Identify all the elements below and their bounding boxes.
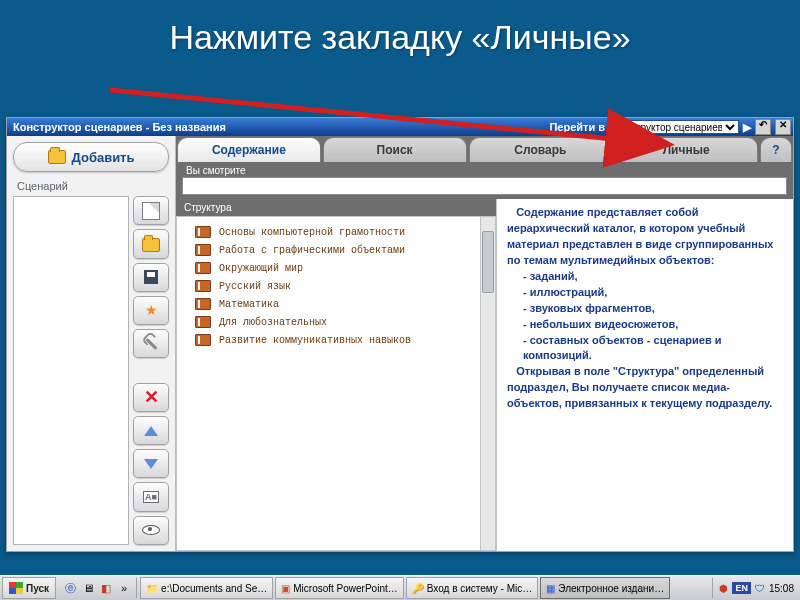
app-icon[interactable]: ◧ [98, 580, 114, 596]
goto-label: Перейти в [549, 121, 605, 133]
tree-item[interactable]: Развитие коммуникативных навыков [181, 331, 491, 349]
app-icon: ▦ [546, 583, 555, 594]
wrench-icon [145, 338, 157, 350]
star-icon: ★ [145, 303, 158, 317]
window-back-button[interactable]: ↶ [755, 119, 771, 135]
delete-button[interactable]: ✕ [133, 383, 169, 412]
chevron-right-icon[interactable]: » [116, 580, 132, 596]
taskbar-task[interactable]: 📁e:\Documents and Se… [140, 577, 273, 599]
viewing-field[interactable] [182, 177, 787, 195]
powerpoint-icon: ▣ [281, 583, 290, 594]
quick-launch: ⓔ 🖥 ◧ » [58, 578, 137, 598]
tree-item[interactable]: Работа с графическими объектами [181, 241, 491, 259]
window-title: Конструктор сценариев - Без названия [9, 121, 226, 133]
save-button[interactable] [133, 263, 169, 292]
app-window: Конструктор сценариев - Без названия Пер… [6, 117, 794, 552]
eye-icon [142, 525, 160, 535]
taskbar-tasks: 📁e:\Documents and Se… ▣Microsoft PowerPo… [137, 577, 712, 599]
tree-item[interactable]: Окружающий мир [181, 259, 491, 277]
taskbar-task[interactable]: ▣Microsoft PowerPoint… [275, 577, 403, 599]
move-down-button[interactable] [133, 449, 169, 478]
tab-personal[interactable]: Личные [614, 137, 758, 162]
add-button[interactable]: Добавить [13, 142, 169, 172]
favorite-button[interactable]: ★ [133, 296, 169, 325]
scenario-label: Сценарий [17, 180, 175, 192]
main-area: Содержание Поиск Словарь Личные ? Вы смо… [176, 136, 793, 551]
open-button[interactable] [133, 229, 169, 258]
window-close-button[interactable]: ✕ [775, 119, 791, 135]
toolbar-buttons: ★ ✕ A■ [133, 196, 169, 545]
book-icon [195, 262, 211, 274]
language-indicator[interactable]: EN [732, 582, 751, 594]
preview-button[interactable] [133, 516, 169, 545]
viewing-label: Вы смотрите [176, 162, 793, 177]
text-icon: A■ [143, 491, 159, 503]
folder-icon [48, 150, 66, 164]
window-titlebar: Конструктор сценариев - Без названия Пер… [7, 118, 793, 136]
system-tray: ⬢ EN 🛡 15:08 [712, 578, 800, 598]
start-label: Пуск [26, 583, 49, 594]
rename-button[interactable]: A■ [133, 482, 169, 511]
taskbar-task-active[interactable]: ▦Электронное издани… [540, 577, 670, 599]
book-icon [195, 298, 211, 310]
structure-header: Структура [176, 199, 496, 216]
taskbar-task[interactable]: 🔑Вход в систему - Mic… [406, 577, 539, 599]
book-icon [195, 280, 211, 292]
tree-item[interactable]: Русский язык [181, 277, 491, 295]
tree-item[interactable]: Основы компьютерной грамотности [181, 223, 491, 241]
new-button[interactable] [133, 196, 169, 225]
settings-button[interactable] [133, 329, 169, 358]
tree-item[interactable]: Для любознательных [181, 313, 491, 331]
ie-icon[interactable]: ⓔ [62, 580, 78, 596]
tab-dictionary[interactable]: Словарь [469, 137, 613, 162]
chevron-down-icon [144, 459, 158, 469]
add-button-label: Добавить [72, 150, 135, 165]
desktop-icon[interactable]: 🖥 [80, 580, 96, 596]
key-icon: 🔑 [412, 583, 424, 594]
scrollbar-thumb[interactable] [482, 231, 494, 293]
clock[interactable]: 15:08 [769, 583, 794, 594]
x-icon: ✕ [144, 390, 159, 404]
chevron-up-icon [144, 426, 158, 436]
structure-tree[interactable]: Основы компьютерной грамотности Работа с… [176, 216, 496, 551]
book-icon [195, 316, 211, 328]
save-icon [144, 270, 158, 284]
book-icon [195, 334, 211, 346]
new-file-icon [142, 202, 160, 220]
tab-search[interactable]: Поиск [323, 137, 467, 162]
book-icon [195, 244, 211, 256]
tray-shield-icon[interactable]: 🛡 [755, 583, 765, 594]
tray-icon[interactable]: ⬢ [719, 583, 728, 594]
scenario-list[interactable] [13, 196, 129, 545]
goto-select[interactable]: Конструктор сценариев [609, 120, 739, 134]
slide-title: Нажмите закладку «Личные» [0, 0, 800, 57]
windows-taskbar: Пуск ⓔ 🖥 ◧ » 📁e:\Documents and Se… ▣Micr… [0, 575, 800, 600]
description-pane: Содержание представляет собой иерархичес… [497, 199, 793, 551]
open-folder-icon [142, 238, 160, 252]
tree-scrollbar[interactable] [480, 217, 495, 550]
tab-help[interactable]: ? [760, 137, 792, 162]
goto-go-icon[interactable]: ▶ [743, 121, 751, 134]
windows-logo-icon [9, 582, 23, 594]
tab-bar: Содержание Поиск Словарь Личные ? [176, 136, 793, 162]
book-icon [195, 226, 211, 238]
left-sidebar: Добавить Сценарий ★ ✕ A■ [7, 136, 176, 551]
tab-content[interactable]: Содержание [177, 137, 321, 162]
move-up-button[interactable] [133, 416, 169, 445]
tree-item[interactable]: Математика [181, 295, 491, 313]
start-button[interactable]: Пуск [2, 577, 56, 599]
folder-icon: 📁 [146, 583, 158, 594]
